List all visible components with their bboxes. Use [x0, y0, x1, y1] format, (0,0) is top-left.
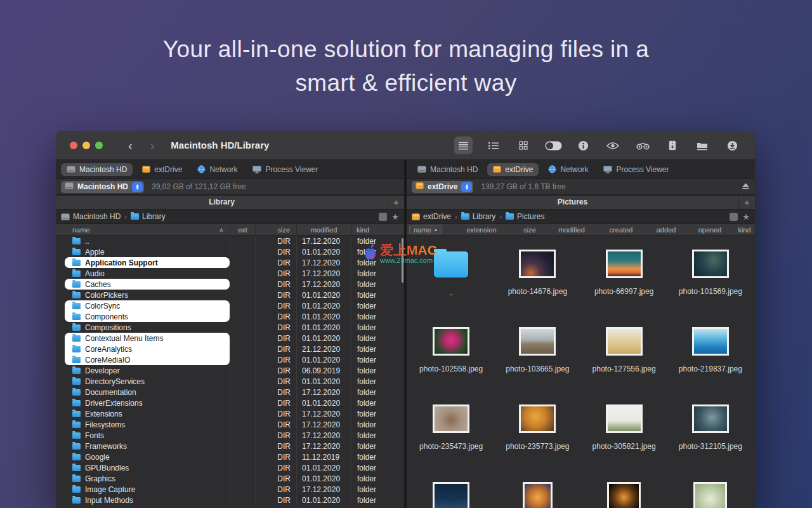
tab-extdrive[interactable]: extDrive — [487, 163, 539, 176]
photo-item[interactable]: photo-14676.jpeg — [504, 250, 571, 327]
minimize-button[interactable] — [82, 142, 90, 149]
add-tab-button[interactable]: + — [738, 196, 755, 209]
toggle-button[interactable] — [544, 137, 562, 154]
download-button[interactable] — [723, 137, 741, 154]
view-list-button[interactable] — [454, 137, 473, 154]
zoom-button[interactable] — [95, 142, 103, 149]
table-row[interactable]: GoogleDIR11.12.2019folder — [56, 451, 404, 462]
table-row[interactable]: CachesDIR17.12.2020folder — [56, 279, 404, 290]
favorite-star-icon[interactable]: ★ — [742, 213, 750, 221]
drive-stepper-icon[interactable]: ▲▼ — [132, 182, 143, 192]
tab-macintosh-hd[interactable]: Macintosh HD — [61, 163, 133, 176]
eject-icon[interactable] — [742, 181, 750, 192]
archive-button[interactable] — [664, 137, 681, 154]
favorite-star-icon[interactable]: ★ — [391, 213, 399, 221]
modified-cell: 17.12.2020 — [296, 387, 351, 398]
left-drive-selector[interactable]: Macintosh HD ▲▼ — [61, 181, 144, 193]
table-row[interactable]: Application SupportDIR17.12.2020folder — [56, 257, 404, 268]
tab-macintosh-hd[interactable]: Macintosh HD — [412, 163, 483, 176]
column-header-modified[interactable]: modified — [296, 224, 351, 235]
tab-process-viewer[interactable]: Process Viewer — [247, 163, 324, 176]
drive-stepper-icon[interactable]: ▲▼ — [461, 182, 472, 192]
photo-item[interactable]: photo-103665.jpeg — [504, 327, 571, 404]
modified-cell: 01.01.2020 — [296, 311, 351, 322]
photo-filename: photo-101569.jpeg — [677, 286, 744, 297]
photo-item[interactable]: photo-219837.jpeg — [677, 327, 744, 404]
back-icon[interactable]: ‹ — [128, 139, 133, 152]
forward-icon[interactable]: › — [150, 139, 155, 152]
column-header-size[interactable]: size — [512, 224, 547, 235]
photo-item[interactable]: photo-102558.jpeg — [417, 327, 485, 404]
breadcrumb-item[interactable]: Library — [131, 212, 166, 221]
photo-item[interactable]: photo-312105.jpeg — [677, 404, 744, 482]
table-row[interactable]: FontsDIR17.12.2020folder — [56, 430, 404, 441]
tab-network[interactable]: Network — [192, 163, 243, 176]
table-row[interactable]: DirectoryServicesDIR01.01.2020folder — [56, 376, 404, 387]
tag-icon[interactable] — [730, 213, 738, 221]
table-row[interactable]: GPUBundlesDIR01.01.2020folder — [56, 462, 404, 473]
info-button[interactable] — [574, 137, 592, 154]
right-drive-selector[interactable]: extDrive ▲▼ — [412, 181, 473, 193]
table-row[interactable]: AudioDIR17.12.2020folder — [56, 268, 404, 279]
tab-extdrive[interactable]: extDrive — [136, 163, 188, 176]
binoculars-button[interactable] — [634, 137, 652, 154]
photo-item[interactable]: photo-101569.jpeg — [677, 250, 744, 327]
breadcrumb-item[interactable]: extDrive — [412, 212, 451, 221]
folder-icon — [72, 465, 81, 471]
photo-item[interactable]: photo-235473.jpeg — [417, 404, 485, 482]
column-header-kind[interactable]: kind — [734, 224, 755, 235]
column-header-modified[interactable]: modified — [547, 224, 596, 235]
photo-item[interactable]: photo-235773.jpeg — [504, 404, 571, 482]
table-row[interactable]: CompositionsDIR01.01.2020folder — [56, 322, 404, 333]
photo-item[interactable]: photo-127556.jpeg — [591, 327, 658, 404]
eye-button[interactable] — [604, 137, 622, 154]
column-header-size[interactable]: size — [255, 224, 296, 235]
close-button[interactable] — [70, 142, 77, 149]
table-row[interactable]: CoreMediaIODIR01.01.2020folder — [56, 354, 404, 365]
column-header-extension[interactable]: extension — [451, 224, 512, 235]
table-row[interactable]: DocumentationDIR17.12.2020folder — [56, 387, 404, 398]
table-row[interactable]: DriverExtensionsDIR01.01.2020folder — [56, 398, 404, 408]
breadcrumb-item[interactable]: Pictures — [506, 212, 544, 221]
ext-cell — [230, 300, 255, 311]
add-tab-button[interactable]: + — [388, 196, 404, 209]
column-header-name[interactable]: name▲ — [407, 224, 451, 235]
table-row[interactable]: ComponentsDIR01.01.2020folder — [56, 311, 404, 322]
right-crumb-actions: ★ — [730, 213, 750, 221]
network-folder-button[interactable] — [693, 137, 711, 154]
table-row[interactable]: Contextual Menu ItemsDIR01.01.2020folder — [56, 333, 404, 344]
table-row[interactable]: FrameworksDIR17.12.2020folder — [56, 441, 404, 451]
view-columns-button[interactable] — [485, 137, 502, 154]
breadcrumb-item[interactable]: Macintosh HD — [61, 212, 121, 221]
view-grid-button[interactable] — [514, 137, 532, 154]
ext-cell — [230, 398, 255, 408]
table-row[interactable]: ExtensionsDIR17.12.2020folder — [56, 408, 404, 419]
table-row[interactable]: CoreAnalyticsDIR21.12.2020folder — [56, 344, 404, 354]
table-row[interactable]: ..DIR17.12.2020folder — [56, 236, 404, 246]
column-header-name[interactable]: name∧ — [56, 224, 230, 235]
table-row[interactable]: Image CaptureDIR17.12.2020folder — [56, 484, 404, 495]
table-row[interactable]: GraphicsDIR01.01.2020folder — [56, 473, 404, 484]
tab-process-viewer[interactable]: Process Viewer — [598, 163, 674, 176]
photo-item[interactable] — [433, 482, 469, 508]
table-row[interactable]: AppleDIR01.01.2020folder — [56, 246, 404, 257]
table-row[interactable]: Input MethodsDIR01.01.2020folder — [56, 495, 404, 505]
table-row[interactable]: DeveloperDIR06.09.2019folder — [56, 365, 404, 376]
photo-item[interactable] — [523, 482, 553, 508]
tag-icon[interactable] — [379, 213, 387, 221]
photo-item[interactable]: photo-66997.jpeg — [591, 250, 658, 327]
column-header-kind[interactable]: kind — [351, 224, 404, 235]
column-header-ext[interactable]: ext — [230, 224, 255, 235]
photo-item[interactable] — [693, 482, 727, 508]
breadcrumb-label: extDrive — [423, 212, 451, 221]
table-row[interactable]: FilesystemsDIR17.12.2020folder — [56, 419, 404, 430]
breadcrumb-item[interactable]: Library — [461, 212, 496, 221]
photo-item[interactable]: photo-305821.jpeg — [591, 404, 658, 482]
column-header-added[interactable]: added — [646, 224, 686, 235]
column-header-created[interactable]: created — [596, 224, 646, 235]
photo-item[interactable] — [607, 482, 641, 508]
column-header-opened[interactable]: opened — [686, 224, 734, 235]
table-row[interactable]: ColorSyncDIR01.01.2020folder — [56, 300, 404, 311]
tab-network[interactable]: Network — [542, 163, 594, 176]
table-row[interactable]: ColorPickersDIR01.01.2020folder — [56, 290, 404, 300]
